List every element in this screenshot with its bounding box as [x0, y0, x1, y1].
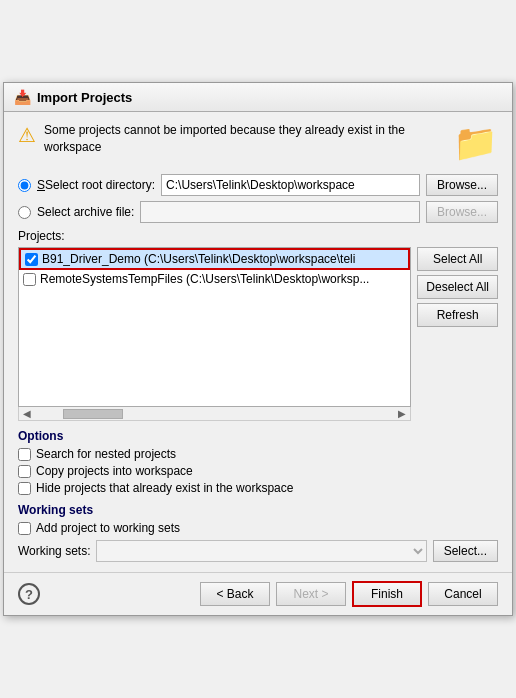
add-to-working-sets-checkbox[interactable]	[18, 522, 31, 535]
projects-list-outer: B91_Driver_Demo (C:\Users\Telink\Desktop…	[18, 247, 411, 421]
add-to-working-sets-row: Add project to working sets	[18, 521, 498, 535]
warning-text: Some projects cannot be imported because…	[44, 122, 445, 156]
root-directory-radio[interactable]	[18, 179, 31, 192]
archive-file-radio[interactable]	[18, 206, 31, 219]
root-directory-input[interactable]	[161, 174, 420, 196]
working-sets-label: Working sets:	[18, 544, 90, 558]
dialog-title: Import Projects	[37, 90, 132, 105]
root-directory-row: SSelect root directory: Browse...	[18, 174, 498, 196]
side-buttons: Select All Deselect All Refresh	[417, 247, 498, 421]
options-title: Options	[18, 429, 498, 443]
project-item-0[interactable]: B91_Driver_Demo (C:\Users\Telink\Desktop…	[19, 248, 410, 270]
title-bar: 📥 Import Projects	[4, 83, 512, 112]
horizontal-scrollbar[interactable]: ◀ ▶	[18, 407, 411, 421]
hide-projects-checkbox[interactable]	[18, 482, 31, 495]
deselect-all-button[interactable]: Deselect All	[417, 275, 498, 299]
warning-icon: ⚠	[18, 123, 36, 147]
footer-left: ?	[18, 583, 40, 605]
working-sets-input-row: Working sets: Select...	[18, 540, 498, 562]
projects-list: B91_Driver_Demo (C:\Users\Telink\Desktop…	[19, 248, 410, 288]
next-button[interactable]: Next >	[276, 582, 346, 606]
scroll-right-icon[interactable]: ▶	[396, 408, 408, 419]
scroll-thumb[interactable]	[63, 409, 123, 419]
projects-row: B91_Driver_Demo (C:\Users\Telink\Desktop…	[18, 247, 498, 421]
root-directory-browse-button[interactable]: Browse...	[426, 174, 498, 196]
copy-projects-row: Copy projects into workspace	[18, 464, 498, 478]
project-name-0: B91_Driver_Demo (C:\Users\Telink\Desktop…	[42, 252, 355, 266]
search-nested-checkbox[interactable]	[18, 448, 31, 461]
import-icon: 📥	[14, 89, 31, 105]
import-projects-dialog: 📥 Import Projects ⚠ Some projects cannot…	[3, 82, 513, 616]
cancel-button[interactable]: Cancel	[428, 582, 498, 606]
archive-file-input	[140, 201, 420, 223]
hide-projects-row: Hide projects that already exist in the …	[18, 481, 498, 495]
footer-buttons: < Back Next > Finish Cancel	[200, 581, 498, 607]
archive-file-browse-button: Browse...	[426, 201, 498, 223]
copy-projects-checkbox[interactable]	[18, 465, 31, 478]
back-button[interactable]: < Back	[200, 582, 270, 606]
projects-list-container[interactable]: B91_Driver_Demo (C:\Users\Telink\Desktop…	[18, 247, 411, 407]
folder-icon: 📁	[453, 122, 498, 164]
root-directory-label: SSelect root directory:	[37, 178, 155, 192]
options-section: Options Search for nested projects Copy …	[18, 429, 498, 495]
project-name-1: RemoteSystemsTempFiles (C:\Users\Telink\…	[40, 272, 369, 286]
copy-projects-label: Copy projects into workspace	[36, 464, 193, 478]
dialog-body: ⚠ Some projects cannot be imported becau…	[4, 112, 512, 572]
working-sets-combo	[96, 540, 426, 562]
finish-button[interactable]: Finish	[352, 581, 422, 607]
archive-file-label: Select archive file:	[37, 205, 134, 219]
footer: ? < Back Next > Finish Cancel	[4, 572, 512, 615]
select-all-button[interactable]: Select All	[417, 247, 498, 271]
project-item-1[interactable]: RemoteSystemsTempFiles (C:\Users\Telink\…	[19, 270, 410, 288]
scroll-left-icon[interactable]: ◀	[21, 408, 33, 419]
hide-projects-label: Hide projects that already exist in the …	[36, 481, 293, 495]
search-nested-label: Search for nested projects	[36, 447, 176, 461]
project-checkbox-1[interactable]	[23, 273, 36, 286]
working-sets-select-button[interactable]: Select...	[433, 540, 498, 562]
refresh-button[interactable]: Refresh	[417, 303, 498, 327]
working-sets-section: Working sets Add project to working sets…	[18, 503, 498, 562]
help-icon[interactable]: ?	[18, 583, 40, 605]
archive-file-row: Select archive file: Browse...	[18, 201, 498, 223]
projects-label: Projects:	[18, 229, 498, 243]
add-to-working-sets-label: Add project to working sets	[36, 521, 180, 535]
search-nested-row: Search for nested projects	[18, 447, 498, 461]
project-checkbox-0[interactable]	[25, 253, 38, 266]
warning-bar: ⚠ Some projects cannot be imported becau…	[18, 122, 498, 164]
working-sets-title: Working sets	[18, 503, 498, 517]
